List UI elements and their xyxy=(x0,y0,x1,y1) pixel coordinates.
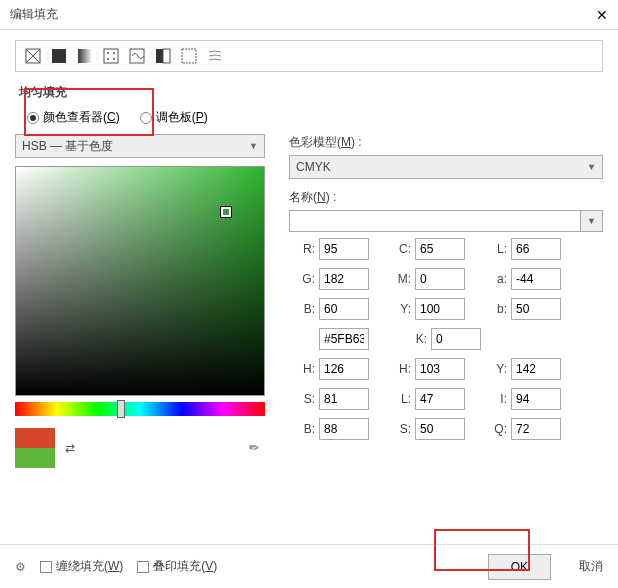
color-cursor-icon xyxy=(221,207,231,217)
pattern-fill-icon[interactable] xyxy=(102,47,120,65)
solid-fill-icon[interactable] xyxy=(50,47,68,65)
two-color-icon[interactable] xyxy=(154,47,172,65)
combo-value: CMYK xyxy=(296,160,331,174)
name-dropdown-button[interactable]: ▼ xyxy=(581,210,603,232)
label-r: R: xyxy=(289,242,315,256)
button-label: OK xyxy=(511,560,528,574)
input-c[interactable] xyxy=(415,238,465,260)
radio-label: 颜色查看器(C) xyxy=(43,109,120,126)
label-h2: H: xyxy=(385,362,411,376)
postscript-fill-icon[interactable] xyxy=(180,47,198,65)
hue-slider[interactable] xyxy=(15,402,265,416)
svg-rect-11 xyxy=(156,49,163,63)
label-q: Q: xyxy=(481,422,507,436)
combo-value: HSB — 基于色度 xyxy=(22,138,113,155)
cancel-button[interactable]: 取消 xyxy=(579,558,603,575)
label-c: C: xyxy=(385,242,411,256)
label-a: a: xyxy=(481,272,507,286)
color-model-label: 色彩模型(M) : xyxy=(289,134,603,151)
label-l: L: xyxy=(481,242,507,256)
mesh-fill-icon[interactable] xyxy=(206,47,224,65)
swap-colors-icon[interactable]: ⇄ xyxy=(65,441,75,455)
label-b2: b: xyxy=(481,302,507,316)
window-title: 编辑填充 xyxy=(10,6,58,23)
label-k: K: xyxy=(401,332,427,346)
section-title: 均匀填充 xyxy=(19,84,603,101)
close-icon[interactable]: ✕ xyxy=(596,7,608,23)
overprint-checkbox[interactable]: 叠印填充(V) xyxy=(137,558,217,575)
input-y[interactable] xyxy=(415,298,465,320)
radio-label: 调色板(P) xyxy=(156,109,208,126)
color-space-combo[interactable]: HSB — 基于色度 ▼ xyxy=(15,134,265,158)
input-q[interactable] xyxy=(511,418,561,440)
name-label: 名称(N) : xyxy=(289,189,603,206)
input-b[interactable] xyxy=(319,298,369,320)
color-swatches[interactable] xyxy=(15,428,55,468)
label-s: S: xyxy=(289,392,315,406)
label-b: B: xyxy=(289,302,315,316)
input-bv[interactable] xyxy=(319,418,369,440)
svg-point-9 xyxy=(113,58,115,60)
color-model-combo[interactable]: CMYK ▼ xyxy=(289,155,603,179)
checkbox-icon xyxy=(40,561,52,573)
label-i: I: xyxy=(481,392,507,406)
input-l2[interactable] xyxy=(415,388,465,410)
color-name-input[interactable] xyxy=(289,210,581,232)
svg-rect-12 xyxy=(163,49,170,63)
label-l2: L: xyxy=(385,392,411,406)
input-r[interactable] xyxy=(319,238,369,260)
gear-icon[interactable]: ⚙ xyxy=(15,560,26,574)
radio-dot-icon xyxy=(27,112,39,124)
input-s2[interactable] xyxy=(415,418,465,440)
hue-thumb-icon xyxy=(117,400,125,418)
old-color-swatch xyxy=(15,428,55,448)
input-m[interactable] xyxy=(415,268,465,290)
color-field[interactable] xyxy=(15,166,265,396)
svg-rect-3 xyxy=(52,49,66,63)
new-color-swatch xyxy=(15,448,55,468)
chevron-down-icon: ▼ xyxy=(587,162,596,172)
label-s2: S: xyxy=(385,422,411,436)
svg-point-8 xyxy=(107,58,109,60)
chevron-down-icon: ▼ xyxy=(249,141,258,151)
svg-point-6 xyxy=(107,52,109,54)
input-l[interactable] xyxy=(511,238,561,260)
ok-button[interactable]: OK xyxy=(488,554,551,580)
no-fill-icon[interactable] xyxy=(24,47,42,65)
label-y: Y: xyxy=(385,302,411,316)
title-bar: 编辑填充 ✕ xyxy=(0,0,618,30)
texture-fill-icon[interactable] xyxy=(128,47,146,65)
label-h: H: xyxy=(289,362,315,376)
input-i[interactable] xyxy=(511,388,561,410)
picker-mode-radios: 颜色查看器(C) 调色板(P) xyxy=(15,109,603,126)
input-k[interactable] xyxy=(431,328,481,350)
svg-rect-13 xyxy=(182,49,196,63)
input-hex[interactable] xyxy=(319,328,369,350)
input-a[interactable] xyxy=(511,268,561,290)
input-b2[interactable] xyxy=(511,298,561,320)
radio-palette[interactable]: 调色板(P) xyxy=(140,109,208,126)
wrap-fill-checkbox[interactable]: 缠绕填充(W) xyxy=(40,558,123,575)
radio-dot-icon xyxy=(140,112,152,124)
input-s[interactable] xyxy=(319,388,369,410)
eyedropper-icon[interactable]: ✎ xyxy=(246,439,263,456)
input-h2[interactable] xyxy=(415,358,465,380)
radio-color-viewer[interactable]: 颜色查看器(C) xyxy=(27,109,120,126)
input-g[interactable] xyxy=(319,268,369,290)
checkbox-label: 叠印填充(V) xyxy=(153,558,217,575)
input-y2[interactable] xyxy=(511,358,561,380)
checkbox-label: 缠绕填充(W) xyxy=(56,558,123,575)
input-h[interactable] xyxy=(319,358,369,380)
label-y2: Y: xyxy=(481,362,507,376)
svg-rect-5 xyxy=(104,49,118,63)
dialog-footer: ⚙ 缠绕填充(W) 叠印填充(V) OK 取消 xyxy=(0,544,618,588)
label-g: G: xyxy=(289,272,315,286)
gradient-fill-icon[interactable] xyxy=(76,47,94,65)
svg-point-7 xyxy=(113,52,115,54)
label-m: M: xyxy=(385,272,411,286)
checkbox-icon xyxy=(137,561,149,573)
svg-rect-4 xyxy=(78,49,92,63)
label-bv: B: xyxy=(289,422,315,436)
fill-type-toolbar xyxy=(15,40,603,72)
